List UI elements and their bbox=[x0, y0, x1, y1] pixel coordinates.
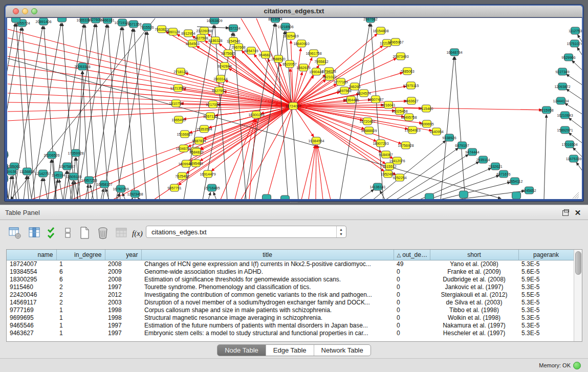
table-cell[interactable]: 1998 bbox=[105, 314, 141, 321]
deselect-all-button[interactable] bbox=[60, 225, 76, 240]
table-cell[interactable]: 5.3E-5 bbox=[518, 321, 574, 329]
network-canvas[interactable]: 1405572420891406106532871527600784661611… bbox=[7, 17, 582, 199]
table-row[interactable]: 1830029562008Estimation of significance … bbox=[7, 275, 574, 283]
table-cell[interactable]: 9465546 bbox=[7, 321, 56, 329]
table-cell[interactable]: de Silva et al. (2003) bbox=[430, 298, 518, 306]
graph-node[interactable]: 14136141 bbox=[369, 183, 385, 190]
table-mode-button[interactable] bbox=[7, 225, 23, 240]
table-cell[interactable]: Investigating the contribution of common… bbox=[141, 291, 394, 298]
close-panel-button[interactable]: ✕ bbox=[574, 209, 582, 217]
table-cell[interactable]: 18724007 bbox=[7, 260, 56, 268]
graph-node[interactable]: 16958107 bbox=[96, 181, 112, 188]
graph-node[interactable]: 19756928 bbox=[398, 142, 413, 149]
graph-node[interactable]: 9699695 bbox=[420, 120, 433, 127]
table-cell[interactable]: Franke et al. (2009) bbox=[430, 268, 518, 275]
graph-node[interactable]: 17359928 bbox=[68, 149, 83, 157]
graph-node[interactable]: 18325419 bbox=[282, 32, 298, 39]
graph-node[interactable]: 19218506 bbox=[277, 23, 293, 30]
table-cell[interactable]: 6 bbox=[56, 275, 105, 283]
graph-node[interactable]: 15751074 bbox=[567, 40, 582, 47]
graph-node[interactable]: 16648784 bbox=[446, 49, 462, 56]
graph-node[interactable]: 7815526 bbox=[140, 24, 154, 31]
graph-node[interactable]: 16914479 bbox=[200, 170, 215, 178]
table-cell[interactable]: Embryonic stem cells: a model to study s… bbox=[141, 329, 394, 337]
graph-node[interactable]: 12093872 bbox=[554, 83, 570, 90]
table-cell[interactable]: 0 bbox=[394, 291, 430, 298]
table-cell[interactable]: 6 bbox=[56, 268, 105, 275]
table-row[interactable]: 969969511998Structural magnetic resonanc… bbox=[7, 314, 574, 321]
graph-node[interactable]: 18640910 bbox=[293, 40, 309, 47]
table-select-dropdown[interactable]: citations_edges.txt ▲▼ bbox=[146, 226, 346, 238]
table-cell[interactable]: Genome-wide association studies in ADHD. bbox=[141, 268, 394, 275]
table-cell[interactable]: Dudbridge et al. (2008) bbox=[430, 275, 518, 283]
new-column-button[interactable] bbox=[77, 225, 92, 240]
graph-node[interactable] bbox=[58, 18, 67, 22]
graph-node[interactable] bbox=[460, 191, 468, 198]
column-header-short[interactable]: short bbox=[430, 250, 518, 260]
graph-node[interactable]: 9463627 bbox=[404, 97, 418, 104]
graph-node[interactable]: 8813054 bbox=[268, 18, 282, 23]
graph-node[interactable]: 16782759 bbox=[113, 185, 128, 192]
table-cell[interactable]: 1 bbox=[56, 260, 105, 268]
column-header-title[interactable]: title bbox=[141, 250, 394, 260]
table-cell[interactable]: 5.3E-5 bbox=[518, 306, 574, 314]
graph-node[interactable]: 3624574 bbox=[357, 90, 371, 97]
table-cell[interactable]: Corpus callosum shape and size in male p… bbox=[141, 306, 394, 314]
graph-node[interactable]: 10654112 bbox=[507, 178, 523, 185]
graph-node[interactable]: 8427552 bbox=[212, 87, 226, 94]
table-cell[interactable]: 0 bbox=[394, 268, 430, 275]
graph-node[interactable]: 17016504 bbox=[561, 141, 577, 148]
select-all-button[interactable] bbox=[45, 225, 60, 240]
table-cell[interactable]: Jankovic et al. (1997) bbox=[430, 283, 518, 291]
table-cell[interactable]: 2003 bbox=[105, 298, 141, 306]
graph-node[interactable]: 16961758 bbox=[306, 50, 321, 57]
column-header-in_degree[interactable]: in_degree bbox=[56, 250, 105, 260]
graph-node[interactable]: 12444134 bbox=[553, 97, 569, 104]
graph-node[interactable] bbox=[263, 194, 271, 199]
table-cell[interactable]: 1 bbox=[56, 306, 105, 314]
table-row[interactable]: 1872400712008Changes of HCN gene express… bbox=[7, 260, 574, 268]
table-cell[interactable]: Wolkin et al. (1998) bbox=[430, 314, 518, 321]
table-cell[interactable]: 2 bbox=[56, 298, 105, 306]
table-cell[interactable]: Tibbo et al. (1998) bbox=[430, 306, 518, 314]
table-row[interactable]: 946554611997Estimation of the future num… bbox=[7, 321, 574, 329]
graph-node[interactable]: 1036 bbox=[7, 175, 8, 182]
graph-node[interactable]: 9474444 bbox=[465, 148, 479, 156]
graph-node[interactable]: 2803144 bbox=[213, 75, 227, 82]
graph-node[interactable] bbox=[12, 18, 20, 23]
table-cell[interactable]: 1997 bbox=[105, 321, 141, 329]
table-cell[interactable]: 0 bbox=[394, 298, 430, 306]
graph-node[interactable]: 25364486 bbox=[343, 96, 359, 103]
table-cell[interactable]: 5.6E-5 bbox=[518, 268, 574, 275]
table-cell[interactable]: 1 bbox=[56, 329, 105, 337]
graph-node[interactable]: 8267130 bbox=[203, 113, 217, 120]
table-cell[interactable]: 1 bbox=[56, 321, 105, 329]
table-cell[interactable]: 2012 bbox=[105, 291, 141, 298]
table-cell[interactable]: 9463627 bbox=[7, 329, 56, 337]
table-cell[interactable]: 0 bbox=[394, 314, 430, 321]
graph-node[interactable]: 12142757 bbox=[35, 170, 51, 177]
table-cell[interactable]: 5.5E-5 bbox=[518, 291, 574, 298]
table-row[interactable]: 2242004622012Investigating the contribut… bbox=[7, 291, 574, 298]
show-columns-button[interactable] bbox=[27, 225, 42, 240]
table-cell[interactable]: 9699695 bbox=[7, 314, 56, 321]
graph-node[interactable] bbox=[512, 192, 521, 199]
vertical-scrollbar[interactable] bbox=[574, 250, 582, 341]
graph-node[interactable]: 20206526 bbox=[43, 151, 59, 159]
graph-node[interactable]: 9245652 bbox=[522, 187, 536, 194]
table-cell[interactable]: 5.3E-5 bbox=[518, 314, 574, 321]
table-cell[interactable]: 1 bbox=[56, 314, 105, 321]
graph-node[interactable]: 19384554 bbox=[308, 137, 324, 144]
graph-node[interactable]: 12975115 bbox=[403, 82, 419, 89]
graph-node[interactable]: 7625402 bbox=[175, 172, 189, 180]
graph-node[interactable] bbox=[281, 195, 290, 199]
function-builder-button[interactable]: f(x) bbox=[130, 225, 145, 240]
table-row[interactable]: 911546021997Tourette syndrome. Phenomeno… bbox=[7, 283, 574, 291]
tab-network-table[interactable]: Network Table bbox=[314, 345, 371, 356]
tab-edge-table[interactable]: Edge Table bbox=[266, 345, 314, 356]
graph-node[interactable]: 8466161 bbox=[100, 18, 114, 24]
float-button[interactable] bbox=[561, 209, 570, 217]
graph-node[interactable]: 17654923 bbox=[404, 126, 420, 134]
table-cell[interactable]: 2008 bbox=[105, 260, 141, 268]
graph-node[interactable]: 7485063 bbox=[400, 68, 414, 75]
